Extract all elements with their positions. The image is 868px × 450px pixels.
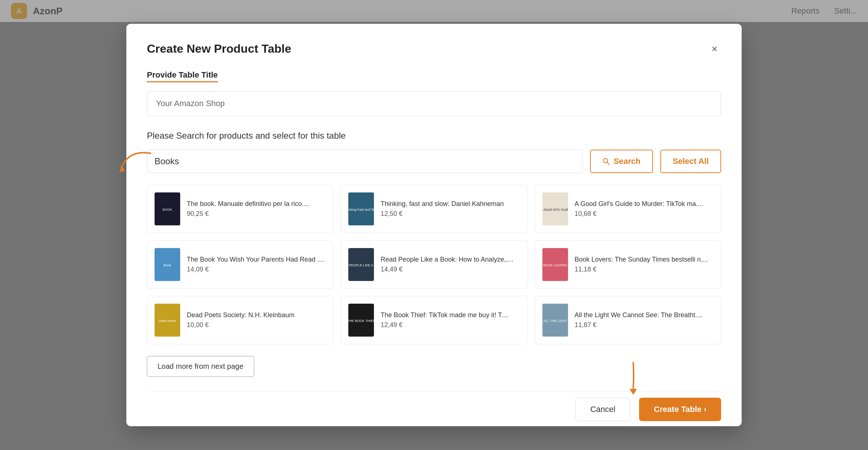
- svg-text:ALL
THE
LIGHT: ALL THE LIGHT: [543, 319, 567, 323]
- product-info: Thinking, fast and slow: Daniel Kahneman…: [381, 200, 519, 218]
- product-image: Thinking Fast and Slow: [348, 192, 374, 225]
- svg-text:THE
BOOK
THIEF: THE BOOK THIEF: [348, 319, 374, 323]
- create-product-table-modal: Create New Product Table × Provide Table…: [126, 24, 742, 426]
- product-title: All the Light We Cannot See: The Breatht…: [575, 311, 713, 319]
- modal-close-button[interactable]: ×: [708, 42, 721, 56]
- product-info: Read People Like a Book: How to Analyze,…: [381, 256, 519, 273]
- create-table-button[interactable]: Create Table ›: [639, 398, 721, 421]
- product-price: 10,68 €: [575, 210, 713, 218]
- product-image: BOOK: [155, 192, 180, 225]
- product-title: Thinking, fast and slow: Daniel Kahneman: [381, 200, 519, 208]
- product-title: The book. Manuale definitivo per la rico…: [187, 200, 326, 208]
- product-info: Dead Poets Society: N.H. Kleinbaum 10,00…: [187, 311, 326, 329]
- product-price: 90,25 €: [187, 210, 326, 218]
- load-more-button[interactable]: Load more from next page: [147, 356, 254, 377]
- product-price: 12,50 €: [381, 210, 519, 218]
- table-title-section-label: Provide Table Title: [147, 70, 218, 82]
- product-title: A Good Girl's Guide to Murder: TikTok ma…: [575, 200, 713, 208]
- product-info: A Good Girl's Guide to Murder: TikTok ma…: [575, 200, 713, 218]
- product-card[interactable]: BOOK LOVERS Book Lovers: The Sunday Time…: [535, 240, 721, 289]
- product-image: Dead Poets: [155, 304, 180, 337]
- create-table-arrow-annotation: [619, 359, 648, 395]
- product-grid: BOOK The book. Manuale definitivo per la…: [147, 185, 721, 344]
- select-all-button[interactable]: Select All: [660, 150, 721, 173]
- product-card[interactable]: ALL THE LIGHT All the Light We Cannot Se…: [535, 296, 721, 344]
- cancel-button[interactable]: Cancel: [575, 398, 630, 421]
- table-title-input[interactable]: [147, 91, 721, 116]
- product-image: Book: [155, 248, 180, 281]
- product-image: ALL THE LIGHT: [542, 304, 568, 337]
- svg-text:Thinking
Fast and
Slow: Thinking Fast and Slow: [348, 208, 374, 211]
- svg-line-2: [607, 162, 609, 165]
- modal-title: Create New Product Table: [147, 42, 291, 56]
- product-info: The Book Thief: TikTok made me buy it! T…: [381, 311, 519, 329]
- product-price: 12,49 €: [381, 321, 519, 329]
- svg-text:Book: Book: [164, 263, 171, 267]
- product-price: 10,00 €: [187, 321, 326, 329]
- svg-text:Dead
Poets: Dead Poets: [159, 319, 176, 323]
- search-row: Search Select All: [147, 150, 721, 173]
- search-icon: [602, 158, 610, 165]
- product-price: 14,09 €: [187, 266, 326, 273]
- product-card[interactable]: Thinking Fast and Slow Thinking, fast an…: [341, 185, 527, 233]
- product-price: 11,18 €: [575, 266, 713, 273]
- product-price: 11,87 €: [575, 321, 713, 329]
- product-image: THE BOOK THIEF: [348, 304, 374, 337]
- svg-point-1: [603, 158, 608, 163]
- product-image: BOOK LOVERS: [542, 248, 568, 281]
- table-title-section: Provide Table Title: [147, 70, 721, 131]
- product-card[interactable]: Book The Book You Wish Your Parents Had …: [147, 240, 333, 289]
- product-card[interactable]: THE BOOK THIEF The Book Thief: TikTok ma…: [341, 296, 527, 344]
- product-title: Read People Like a Book: How to Analyze,…: [381, 256, 519, 263]
- search-button[interactable]: Search: [590, 150, 653, 173]
- product-info: The Book You Wish Your Parents Had Read …: [187, 256, 326, 273]
- product-title: Book Lovers: The Sunday Times bestselli …: [575, 256, 713, 263]
- product-info: The book. Manuale definitivo per la rico…: [187, 200, 326, 218]
- product-info: All the Light We Cannot See: The Breatht…: [575, 311, 713, 329]
- search-input-wrap: [147, 150, 583, 173]
- svg-text:BOOK
LOVERS: BOOK LOVERS: [543, 263, 567, 267]
- product-card[interactable]: A Good Girl's Guide A Good Girl's Guide …: [535, 185, 721, 233]
- product-title: The Book Thief: TikTok made me buy it! T…: [381, 311, 519, 319]
- product-card[interactable]: Dead Poets Dead Poets Society: N.H. Klei…: [147, 296, 333, 344]
- search-input[interactable]: [155, 156, 575, 166]
- search-section-label: Please Search for products and select fo…: [147, 131, 721, 141]
- product-title: Dead Poets Society: N.H. Kleinbaum: [187, 311, 326, 319]
- svg-marker-21: [630, 389, 637, 395]
- product-price: 14,49 €: [381, 266, 519, 273]
- svg-text:A Good
Girl's
Guide: A Good Girl's Guide: [542, 208, 568, 211]
- product-title: The Book You Wish Your Parents Had Read …: [187, 256, 326, 263]
- product-card[interactable]: BOOK The book. Manuale definitivo per la…: [147, 185, 333, 233]
- modal-header: Create New Product Table ×: [147, 42, 721, 56]
- product-card[interactable]: READ PEOPLE LIKE A BOOK Read People Like…: [341, 240, 527, 289]
- modal-footer: Cancel Create Table ›: [147, 391, 721, 421]
- product-info: Book Lovers: The Sunday Times bestselli …: [575, 256, 713, 273]
- product-image: READ PEOPLE LIKE A BOOK: [348, 248, 374, 281]
- product-image: A Good Girl's Guide: [542, 192, 568, 225]
- svg-text:BOOK: BOOK: [163, 208, 172, 211]
- svg-text:READ
PEOPLE
LIKE A
BOOK: READ PEOPLE LIKE A BOOK: [348, 263, 374, 267]
